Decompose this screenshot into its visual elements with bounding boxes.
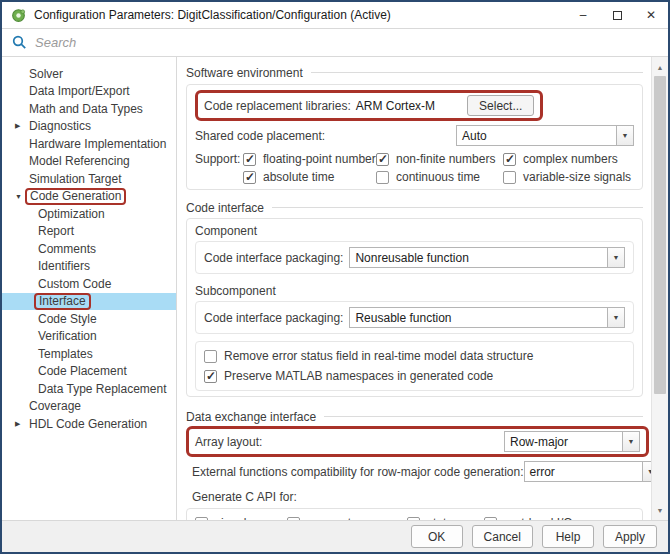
- array-layout-dropdown[interactable]: Row-major ▼: [504, 431, 640, 452]
- select-button[interactable]: Select...: [467, 95, 534, 116]
- component-packaging-group: Code interface packaging: Nonreusable fu…: [195, 241, 634, 274]
- tree-collapsed-icon[interactable]: ▶: [15, 420, 29, 428]
- maximize-icon: [613, 11, 622, 20]
- complex-numbers-checkbox[interactable]: [503, 153, 516, 166]
- sidebar-item-custom-code[interactable]: Custom Code: [2, 275, 176, 293]
- sidebar-item-hdl-code-generation[interactable]: ▶HDL Code Generation: [2, 415, 176, 433]
- sidebar-item-label: Code Style: [38, 312, 97, 326]
- sidebar-item-code-generation[interactable]: ▼Code Generation: [2, 188, 176, 206]
- tree-collapsed-icon[interactable]: ▶: [15, 122, 29, 130]
- support-row-1: Support: floating-point numbers non-fini…: [195, 152, 634, 166]
- sidebar-item-solver[interactable]: Solver: [2, 65, 176, 83]
- external-functions-row: External functions compatibility for row…: [186, 461, 643, 482]
- signals-checkbox[interactable]: [195, 517, 208, 521]
- sidebar-item-interface[interactable]: Interface: [2, 293, 176, 311]
- section-header-code-interface: Code interface: [186, 200, 643, 215]
- code-replacement-label: Code replacement libraries:: [204, 99, 351, 113]
- external-functions-label: External functions compatibility for row…: [192, 465, 524, 479]
- checkbox-label: Remove error status field in real-time m…: [224, 349, 533, 363]
- floating-point-numbers-checkbox[interactable]: [243, 153, 256, 166]
- external-functions-dropdown[interactable]: error ▼: [524, 461, 652, 482]
- cancel-button[interactable]: Cancel: [472, 525, 533, 548]
- dropdown-arrow-icon: ▼: [616, 126, 633, 145]
- ok-button[interactable]: OK: [411, 525, 463, 548]
- checkbox-label: absolute time: [263, 170, 334, 184]
- title-bar: Configuration Parameters: DigitClassific…: [2, 2, 668, 29]
- sidebar-item-code-style[interactable]: Code Style: [2, 310, 176, 328]
- remove-error-status-checkbox[interactable]: [204, 350, 217, 363]
- subcomponent-label: Subcomponent: [195, 284, 634, 298]
- variable-size-signals-checkbox[interactable]: [503, 171, 516, 184]
- sidebar-item-label: Verification: [38, 329, 97, 343]
- sidebar-item-diagnostics[interactable]: ▶Diagnostics: [2, 118, 176, 136]
- sidebar-item-label: HDL Code Generation: [29, 417, 147, 431]
- sidebar-item-label: Comments: [38, 242, 96, 256]
- dropdown-arrow-icon: ▼: [642, 462, 652, 481]
- checkbox-label: floating-point numbers: [263, 152, 382, 166]
- absolute-time-checkbox[interactable]: [243, 171, 256, 184]
- subcomponent-packaging-group: Code interface packaging: Reusable funct…: [195, 301, 634, 334]
- checkbox-label: variable-size signals: [523, 170, 631, 184]
- sidebar-item-templates[interactable]: Templates: [2, 345, 176, 363]
- parameters-checkbox[interactable]: [287, 517, 300, 521]
- sidebar-item-label: Data Import/Export: [29, 84, 130, 98]
- sidebar-tree: Solver Data Import/Export Math and Data …: [2, 57, 177, 520]
- sidebar-item-label: Identifiers: [38, 259, 90, 273]
- apply-button[interactable]: Apply: [603, 525, 657, 548]
- sidebar-item-data-type-replacement[interactable]: Data Type Replacement: [2, 380, 176, 398]
- minimize-button[interactable]: –: [566, 2, 600, 28]
- search-bar: [2, 29, 668, 57]
- checkbox-label: non-finite numbers: [396, 152, 495, 166]
- simulink-config-gear-icon: [11, 8, 26, 23]
- sidebar-item-simulation-target[interactable]: Simulation Target: [2, 170, 176, 188]
- sidebar-item-code-placement[interactable]: Code Placement: [2, 363, 176, 381]
- sidebar-item-label: Interface: [39, 294, 86, 308]
- close-button[interactable]: ✕: [634, 2, 668, 28]
- scroll-down-icon[interactable]: ▼: [652, 502, 668, 518]
- maximize-button[interactable]: [600, 2, 634, 28]
- code-replacement-value: ARM Cortex-M: [356, 99, 435, 113]
- sidebar-item-label: Diagnostics: [29, 119, 91, 133]
- component-packaging-dropdown[interactable]: Nonreusable function ▼: [349, 247, 625, 268]
- sidebar-item-identifiers[interactable]: Identifiers: [2, 258, 176, 276]
- generate-c-api-label: Generate C API for:: [186, 490, 643, 504]
- sidebar-item-label: Model Referencing: [29, 154, 130, 168]
- sidebar-item-coverage[interactable]: Coverage: [2, 398, 176, 416]
- checkbox-label: root-level I/O: [504, 516, 573, 520]
- non-finite-numbers-checkbox[interactable]: [376, 153, 389, 166]
- section-title: Code interface: [186, 201, 264, 215]
- sidebar-item-label: Code Generation: [30, 189, 121, 203]
- dropdown-value: Nonreusable function: [350, 248, 607, 267]
- checkbox-label: parameters: [307, 516, 368, 520]
- code-interface-group: Component Code interface packaging: Nonr…: [186, 218, 643, 397]
- checkbox-label: states: [427, 516, 459, 520]
- dialog-body: Solver Data Import/Export Math and Data …: [2, 57, 668, 520]
- help-button[interactable]: Help: [542, 525, 594, 548]
- scrollbar-thumb[interactable]: [654, 76, 666, 394]
- search-input[interactable]: [35, 35, 660, 50]
- sidebar-item-data-import-export[interactable]: Data Import/Export: [2, 83, 176, 101]
- sidebar-item-model-referencing[interactable]: Model Referencing: [2, 153, 176, 171]
- sidebar-item-label: Custom Code: [38, 277, 111, 291]
- states-checkbox[interactable]: [407, 517, 420, 521]
- sidebar-item-hardware-implementation[interactable]: Hardware Implementation: [2, 135, 176, 153]
- sidebar-item-math-and-data-types[interactable]: Math and Data Types: [2, 100, 176, 118]
- header-rule: [311, 72, 643, 73]
- subcomponent-packaging-row: Code interface packaging: Reusable funct…: [204, 307, 625, 328]
- dialog-footer: OK Cancel Help Apply: [2, 520, 668, 552]
- subcomponent-packaging-dropdown[interactable]: Reusable function ▼: [349, 307, 625, 328]
- root-level-io-checkbox[interactable]: [484, 517, 497, 521]
- sidebar-item-optimization[interactable]: Optimization: [2, 205, 176, 223]
- sidebar-item-comments[interactable]: Comments: [2, 240, 176, 258]
- code-interface-packaging-label: Code interface packaging:: [204, 251, 343, 265]
- sidebar-item-verification[interactable]: Verification: [2, 328, 176, 346]
- highlight-box-array-layout: Array layout: Row-major ▼: [186, 426, 649, 457]
- preserve-matlab-namespaces-checkbox[interactable]: [204, 370, 217, 383]
- checkbox-label: signals: [215, 516, 252, 520]
- shared-code-placement-dropdown[interactable]: Auto ▼: [456, 125, 634, 146]
- scroll-up-icon[interactable]: ▲: [652, 59, 668, 75]
- vertical-scrollbar[interactable]: ▲ ▼: [651, 57, 668, 520]
- sidebar-item-report[interactable]: Report: [2, 223, 176, 241]
- continuous-time-checkbox[interactable]: [376, 171, 389, 184]
- sidebar-item-label: Solver: [29, 67, 63, 81]
